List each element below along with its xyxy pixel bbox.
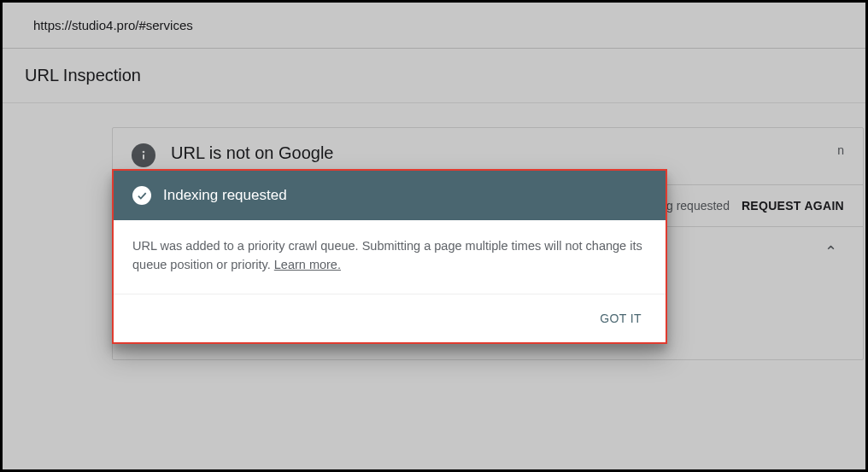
indexing-dialog: Indexing requested URL was added to a pr…: [112, 169, 667, 344]
dialog-header: Indexing requested: [114, 171, 666, 220]
dialog-body: URL was added to a priority crawl queue.…: [114, 220, 666, 294]
learn-more-link[interactable]: Learn more.: [274, 258, 341, 271]
check-icon: [132, 186, 151, 205]
dialog-actions: GOT IT: [114, 294, 666, 342]
got-it-button[interactable]: GOT IT: [593, 306, 648, 330]
dialog-title: Indexing requested: [163, 187, 287, 204]
dialog-message: URL was added to a priority crawl queue.…: [132, 239, 642, 271]
